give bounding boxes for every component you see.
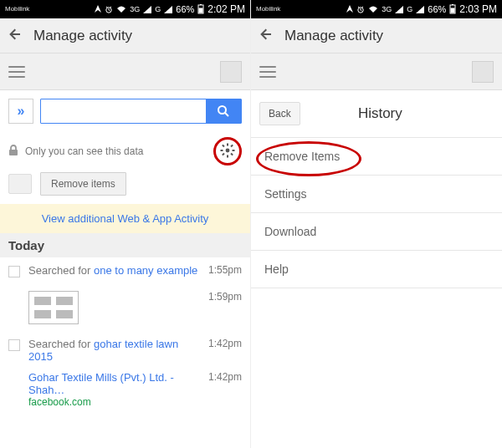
item-thumbnail[interactable] [28,291,79,324]
location-icon [346,5,353,13]
item-time: 1:59pm [208,291,242,303]
svg-rect-3 [199,8,203,13]
network-g-label: G [155,5,161,13]
svg-rect-9 [221,150,223,151]
hamburger-icon[interactable] [8,66,25,78]
item-checkbox[interactable] [8,266,20,277]
app-bar: Manage activity [0,18,250,53]
battery-percent: 66% [176,4,194,14]
sub-toolbar [0,53,250,90]
menu-help[interactable]: Help [251,251,502,288]
sub-toolbar [251,53,502,90]
svg-rect-8 [227,155,228,157]
carrier-label: Mobilink [5,6,29,13]
location-icon [95,5,101,13]
status-bar: Mobilink 3G G 66% [251,0,502,18]
hamburger-icon[interactable] [259,66,276,78]
section-heading-today: Today [0,233,250,257]
wifi-icon [116,5,126,13]
history-item[interactable]: Searched for one to many example 1:55pm [0,257,250,284]
signal-icon-2 [164,6,172,13]
item-prefix: Searched for [28,338,94,350]
svg-rect-11 [222,144,225,147]
svg-point-6 [226,148,230,152]
search-input[interactable] [41,99,206,123]
svg-rect-7 [227,143,228,145]
signal-icon-2 [416,6,424,13]
settings-highlight [213,137,242,165]
signal-icon [143,6,151,13]
select-all-checkbox[interactable] [8,174,32,194]
item-time: 1:42pm [208,371,242,383]
app-bar: Manage activity [251,18,502,53]
clock-label: 2:03 PM [459,3,497,15]
screen-right: Mobilink 3G G 66% [251,0,502,448]
item-link[interactable]: Gohar Textile Mills (Pvt.) Ltd. - Shah… [28,371,200,396]
privacy-text: Only you can see this data [25,145,143,157]
svg-rect-13 [230,144,233,147]
toolbar-square[interactable] [472,61,494,83]
status-bar: Mobilink 3G G 66% [0,0,250,18]
svg-rect-5 [9,150,18,155]
item-time: 1:42pm [208,338,242,349]
battery-icon [197,4,204,14]
history-item[interactable]: 1:59pm [0,284,250,331]
item-prefix: Searched for [28,264,94,277]
privacy-row: Only you can see this data [0,132,250,167]
menu-download[interactable]: Download [251,213,502,251]
clock-label: 2:02 PM [207,3,245,15]
search-button[interactable] [206,99,241,123]
svg-rect-2 [200,4,202,5]
gear-icon[interactable] [220,143,235,160]
history-menu: Remove Items Settings Download Help [251,137,502,288]
search-row: » [0,90,250,132]
battery-icon [449,4,456,14]
network-3g-label: 3G [130,5,140,13]
additional-activity-banner[interactable]: View additional Web & App Activity [0,204,250,233]
remove-row: Remove items [0,167,250,204]
screen-left: Mobilink 3G G 66% [0,0,251,448]
history-item[interactable]: Searched for gohar textile lawn 2015 1:4… [0,331,250,369]
network-g-label: G [407,5,412,13]
search-icon [217,104,230,118]
back-arrow-icon[interactable] [259,27,274,45]
item-link[interactable]: one to many example [94,264,197,277]
carrier-label: Mobilink [256,6,280,13]
svg-rect-12 [230,152,233,155]
svg-rect-14 [222,152,225,155]
menu-settings[interactable]: Settings [251,176,502,213]
battery-percent: 66% [428,4,446,14]
alarm-icon [356,5,365,13]
svg-point-4 [218,106,226,114]
svg-rect-18 [451,8,455,13]
signal-icon [395,6,403,13]
item-checkbox[interactable] [8,339,20,351]
item-source: facebook.com [28,396,200,408]
alarm-icon [105,5,113,13]
network-3g-label: 3G [382,5,392,13]
toolbar-square[interactable] [220,61,242,83]
back-arrow-icon[interactable] [8,27,23,45]
expand-button[interactable]: » [8,99,33,124]
remove-items-button[interactable]: Remove items [40,172,126,196]
item-time: 1:55pm [208,264,242,276]
history-title: History [300,105,460,122]
back-button[interactable]: Back [259,102,300,125]
search-wrap [40,99,242,124]
svg-rect-10 [233,150,235,151]
history-header: Back History [251,90,502,137]
menu-remove-items[interactable]: Remove Items [251,138,502,176]
page-title: Manage activity [284,28,383,44]
page-title: Manage activity [33,28,132,44]
svg-rect-17 [452,4,453,5]
history-item[interactable]: Gohar Textile Mills (Pvt.) Ltd. - Shah… … [0,369,250,415]
wifi-icon [368,5,378,13]
lock-icon [8,145,18,159]
